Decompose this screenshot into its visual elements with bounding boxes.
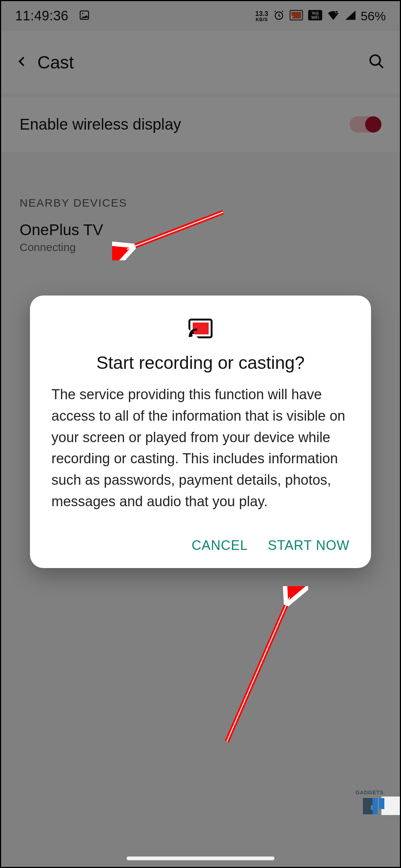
svg-text:GADGETS: GADGETS [355, 789, 384, 795]
svg-rect-12 [193, 323, 209, 334]
dialog-title: Start recording or casting? [51, 353, 350, 373]
svg-rect-22 [379, 798, 384, 809]
cast-icon [51, 318, 350, 338]
start-casting-dialog: Start recording or casting? The service … [30, 296, 371, 568]
navigation-pill[interactable] [127, 857, 274, 860]
watermark: GADGETS [355, 788, 400, 819]
svg-rect-21 [373, 798, 378, 814]
cancel-button[interactable]: CANCEL [192, 538, 248, 553]
start-now-button[interactable]: START NOW [268, 538, 350, 553]
dialog-body: The service providing this function will… [51, 384, 350, 513]
svg-point-14 [190, 334, 193, 337]
